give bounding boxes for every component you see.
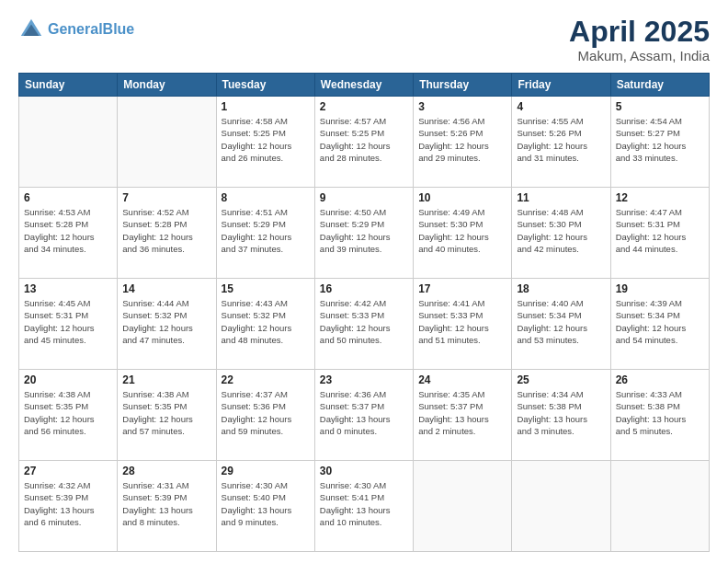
day-number: 13 (24, 282, 112, 295)
title-block: April 2025 Makum, Assam, India (569, 17, 710, 63)
calendar-cell (118, 97, 216, 188)
weekday-header: Wednesday (314, 74, 413, 97)
day-detail: Sunrise: 4:35 AM Sunset: 5:37 PM Dayligh… (418, 388, 506, 437)
day-detail: Sunrise: 4:44 AM Sunset: 5:32 PM Dayligh… (122, 297, 210, 346)
sub-title: Makum, Assam, India (569, 48, 710, 63)
day-detail: Sunrise: 4:33 AM Sunset: 5:38 PM Dayligh… (616, 388, 704, 437)
day-number: 1 (222, 100, 310, 113)
day-detail: Sunrise: 4:57 AM Sunset: 5:25 PM Dayligh… (320, 115, 408, 164)
day-number: 16 (320, 282, 408, 295)
calendar-cell: 26Sunrise: 4:33 AM Sunset: 5:38 PM Dayli… (610, 370, 709, 461)
day-number: 6 (24, 191, 112, 204)
calendar-cell: 17Sunrise: 4:41 AM Sunset: 5:33 PM Dayli… (414, 279, 512, 370)
day-number: 29 (222, 465, 310, 477)
day-detail: Sunrise: 4:43 AM Sunset: 5:32 PM Dayligh… (222, 297, 310, 346)
day-detail: Sunrise: 4:54 AM Sunset: 5:27 PM Dayligh… (616, 115, 704, 164)
day-detail: Sunrise: 4:38 AM Sunset: 5:35 PM Dayligh… (24, 388, 112, 437)
calendar-cell: 10Sunrise: 4:49 AM Sunset: 5:30 PM Dayli… (414, 188, 512, 279)
calendar-cell: 27Sunrise: 4:32 AM Sunset: 5:39 PM Dayli… (19, 461, 118, 552)
day-number: 28 (122, 465, 210, 477)
day-number: 11 (517, 191, 605, 204)
day-number: 10 (418, 191, 506, 204)
day-detail: Sunrise: 4:41 AM Sunset: 5:33 PM Dayligh… (418, 297, 506, 346)
day-detail: Sunrise: 4:42 AM Sunset: 5:33 PM Dayligh… (320, 297, 408, 346)
day-number: 5 (616, 100, 704, 113)
calendar-cell (610, 461, 709, 552)
day-detail: Sunrise: 4:30 AM Sunset: 5:40 PM Dayligh… (222, 479, 310, 528)
day-detail: Sunrise: 4:53 AM Sunset: 5:28 PM Dayligh… (24, 206, 112, 255)
day-detail: Sunrise: 4:56 AM Sunset: 5:26 PM Dayligh… (418, 115, 506, 164)
day-number: 7 (122, 191, 210, 204)
calendar-week-row: 1Sunrise: 4:58 AM Sunset: 5:25 PM Daylig… (19, 97, 710, 188)
logo-line1: General (48, 21, 103, 37)
calendar-cell: 15Sunrise: 4:43 AM Sunset: 5:32 PM Dayli… (216, 279, 314, 370)
calendar-cell: 14Sunrise: 4:44 AM Sunset: 5:32 PM Dayli… (118, 279, 216, 370)
day-number: 21 (122, 373, 210, 386)
calendar-cell: 16Sunrise: 4:42 AM Sunset: 5:33 PM Dayli… (314, 279, 413, 370)
day-detail: Sunrise: 4:36 AM Sunset: 5:37 PM Dayligh… (320, 388, 408, 437)
calendar-cell: 30Sunrise: 4:30 AM Sunset: 5:41 PM Dayli… (314, 461, 413, 552)
day-detail: Sunrise: 4:31 AM Sunset: 5:39 PM Dayligh… (122, 479, 210, 528)
calendar-cell: 25Sunrise: 4:34 AM Sunset: 5:38 PM Dayli… (512, 370, 610, 461)
day-detail: Sunrise: 4:30 AM Sunset: 5:41 PM Dayligh… (320, 479, 408, 528)
day-detail: Sunrise: 4:48 AM Sunset: 5:30 PM Dayligh… (517, 206, 605, 255)
calendar-cell: 12Sunrise: 4:47 AM Sunset: 5:31 PM Dayli… (610, 188, 709, 279)
weekday-header: Thursday (414, 74, 512, 97)
day-detail: Sunrise: 4:45 AM Sunset: 5:31 PM Dayligh… (24, 297, 112, 346)
logo-line2: Blue (103, 21, 135, 37)
day-detail: Sunrise: 4:50 AM Sunset: 5:29 PM Dayligh… (320, 206, 408, 255)
day-number: 25 (517, 373, 605, 386)
day-detail: Sunrise: 4:51 AM Sunset: 5:29 PM Dayligh… (222, 206, 310, 255)
calendar-cell: 4Sunrise: 4:55 AM Sunset: 5:26 PM Daylig… (512, 97, 610, 188)
day-number: 15 (222, 282, 310, 295)
calendar-cell: 1Sunrise: 4:58 AM Sunset: 5:25 PM Daylig… (216, 97, 314, 188)
day-number: 3 (418, 100, 506, 113)
day-number: 30 (320, 465, 408, 477)
day-number: 4 (517, 100, 605, 113)
day-detail: Sunrise: 4:37 AM Sunset: 5:36 PM Dayligh… (222, 388, 310, 437)
day-number: 27 (24, 465, 112, 477)
calendar-cell (19, 97, 118, 188)
calendar-cell: 11Sunrise: 4:48 AM Sunset: 5:30 PM Dayli… (512, 188, 610, 279)
calendar-cell (512, 461, 610, 552)
day-number: 22 (222, 373, 310, 386)
day-number: 14 (122, 282, 210, 295)
calendar-cell: 2Sunrise: 4:57 AM Sunset: 5:25 PM Daylig… (314, 97, 413, 188)
day-number: 24 (418, 373, 506, 386)
calendar-cell: 5Sunrise: 4:54 AM Sunset: 5:27 PM Daylig… (610, 97, 709, 188)
day-number: 12 (616, 191, 704, 204)
calendar-table: SundayMondayTuesdayWednesdayThursdayFrid… (18, 73, 710, 552)
calendar-cell: 19Sunrise: 4:39 AM Sunset: 5:34 PM Dayli… (610, 279, 709, 370)
calendar-cell: 13Sunrise: 4:45 AM Sunset: 5:31 PM Dayli… (19, 279, 118, 370)
day-number: 23 (320, 373, 408, 386)
day-detail: Sunrise: 4:47 AM Sunset: 5:31 PM Dayligh… (616, 206, 704, 255)
day-number: 19 (616, 282, 704, 295)
calendar-cell: 18Sunrise: 4:40 AM Sunset: 5:34 PM Dayli… (512, 279, 610, 370)
day-detail: Sunrise: 4:39 AM Sunset: 5:34 PM Dayligh… (616, 297, 704, 346)
calendar-cell: 20Sunrise: 4:38 AM Sunset: 5:35 PM Dayli… (19, 370, 118, 461)
calendar-cell: 21Sunrise: 4:38 AM Sunset: 5:35 PM Dayli… (118, 370, 216, 461)
weekday-header: Monday (118, 74, 216, 97)
calendar-cell: 23Sunrise: 4:36 AM Sunset: 5:37 PM Dayli… (314, 370, 413, 461)
day-detail: Sunrise: 4:38 AM Sunset: 5:35 PM Dayligh… (122, 388, 210, 437)
logo-text: GeneralBlue (48, 21, 134, 38)
header: GeneralBlue April 2025 Makum, Assam, Ind… (18, 17, 710, 63)
day-number: 26 (616, 373, 704, 386)
day-detail: Sunrise: 4:40 AM Sunset: 5:34 PM Dayligh… (517, 297, 605, 346)
calendar-cell: 3Sunrise: 4:56 AM Sunset: 5:26 PM Daylig… (414, 97, 512, 188)
logo-icon (18, 17, 44, 42)
day-number: 20 (24, 373, 112, 386)
day-detail: Sunrise: 4:49 AM Sunset: 5:30 PM Dayligh… (418, 206, 506, 255)
calendar-cell: 24Sunrise: 4:35 AM Sunset: 5:37 PM Dayli… (414, 370, 512, 461)
calendar-cell (414, 461, 512, 552)
calendar-week-row: 6Sunrise: 4:53 AM Sunset: 5:28 PM Daylig… (19, 188, 710, 279)
calendar-cell: 8Sunrise: 4:51 AM Sunset: 5:29 PM Daylig… (216, 188, 314, 279)
calendar-week-row: 20Sunrise: 4:38 AM Sunset: 5:35 PM Dayli… (19, 370, 710, 461)
main-title: April 2025 (569, 17, 710, 46)
day-detail: Sunrise: 4:32 AM Sunset: 5:39 PM Dayligh… (24, 479, 112, 528)
calendar-cell: 7Sunrise: 4:52 AM Sunset: 5:28 PM Daylig… (118, 188, 216, 279)
calendar-cell: 28Sunrise: 4:31 AM Sunset: 5:39 PM Dayli… (118, 461, 216, 552)
day-number: 17 (418, 282, 506, 295)
calendar-week-row: 13Sunrise: 4:45 AM Sunset: 5:31 PM Dayli… (19, 279, 710, 370)
day-number: 9 (320, 191, 408, 204)
